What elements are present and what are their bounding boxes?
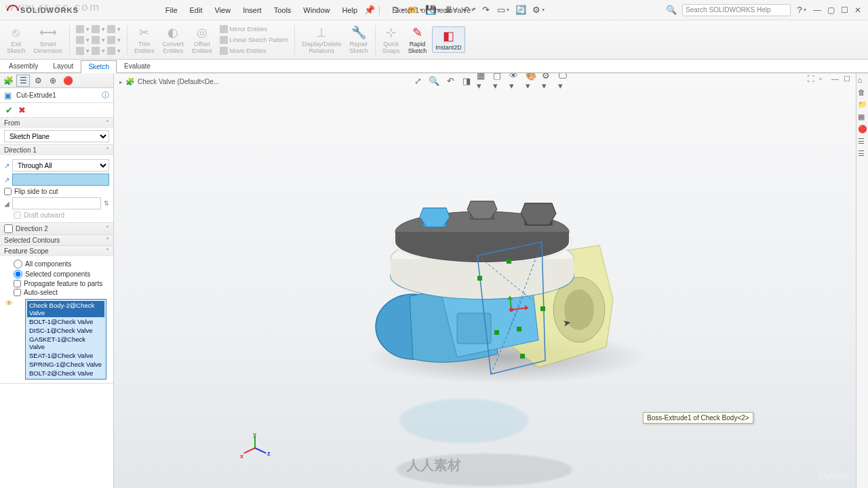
close-icon[interactable]: ✕ <box>853 5 863 15</box>
propagate-checkbox[interactable] <box>14 280 21 287</box>
direction-vector-input[interactable] <box>12 174 109 186</box>
3d-model[interactable] <box>321 123 660 394</box>
graphics-viewport[interactable]: ▸ 🧩 Check Valve (Default<De... ⤢ 🔍 ↶ ◨ ▦… <box>114 73 868 488</box>
rebuild-icon[interactable]: 🔄 <box>515 5 526 16</box>
menu-help[interactable]: Help <box>336 5 363 16</box>
menu-tools[interactable]: Tools <box>269 5 297 16</box>
list-item[interactable]: GASKET-1@Check Valve <box>27 335 104 351</box>
menu-window[interactable]: Window <box>298 5 335 16</box>
view-palette-icon[interactable]: ▦ <box>858 113 867 122</box>
view-orient-icon[interactable]: ▦ ▾ <box>477 75 489 87</box>
select-icon[interactable]: ▭▾ <box>498 5 509 16</box>
vp-split-icon[interactable]: ▫ <box>819 75 829 84</box>
direction2-checkbox[interactable] <box>4 224 13 233</box>
library-icon[interactable]: 📁 <box>858 100 867 110</box>
direction2-header[interactable]: Direction 2˅ <box>0 223 113 235</box>
section-view-icon[interactable]: ◨ <box>460 75 473 87</box>
config-icon[interactable]: ⚙ <box>31 75 45 87</box>
direction-icon[interactable]: ↗ <box>4 176 9 184</box>
line-tool[interactable]: ▾ ▾ ▾ <box>74 24 123 34</box>
move-entities[interactable]: Move Entities <box>218 46 291 56</box>
smart-dimension-button[interactable]: ⟷Smart Dimension <box>31 24 66 56</box>
menu-view[interactable]: View <box>209 5 236 16</box>
help-icon[interactable]: ⓘ <box>102 90 109 100</box>
feature-tree-icon[interactable]: 🧩 <box>1 75 15 87</box>
instant2d-button[interactable]: ◧Instant2D <box>432 26 465 54</box>
previous-view-icon[interactable]: ↶ <box>444 75 456 87</box>
trim-entities-button[interactable]: ✂Trim Entities <box>132 24 157 56</box>
vp-expand-icon[interactable]: ⛶ <box>807 75 816 84</box>
selected-components-radio[interactable] <box>14 270 22 279</box>
dim-icon[interactable]: ⊕ <box>46 75 60 87</box>
breadcrumb[interactable]: ▸ 🧩 Check Valve (Default<De... <box>119 77 219 86</box>
direction1-header[interactable]: Direction 1˄ <box>0 145 113 155</box>
list-item[interactable]: Check Body-2@Check Valve <box>27 301 104 317</box>
maximize-icon[interactable]: ☐ <box>840 5 849 15</box>
forum-icon[interactable]: ☰ <box>858 149 867 159</box>
search-icon[interactable]: 🔍 <box>666 5 677 16</box>
zoom-fit-icon[interactable]: ⤢ <box>412 75 424 87</box>
appearance-icon[interactable]: 🔴 <box>61 75 75 87</box>
pin-icon[interactable]: 📌 <box>364 5 375 16</box>
view-settings-icon[interactable]: 🖵 ▾ <box>558 75 570 87</box>
resources-icon[interactable]: 🗑 <box>858 88 867 98</box>
selected-contours-header[interactable]: Selected Contours˅ <box>0 235 113 245</box>
draft-input[interactable] <box>12 197 101 209</box>
tab-assembly[interactable]: Assembly <box>1 60 45 73</box>
mirror-entities[interactable]: Mirror Entities <box>218 24 291 34</box>
help-icon[interactable]: ?▾ <box>796 5 807 16</box>
menu-insert[interactable]: Insert <box>237 5 267 16</box>
list-item[interactable]: BOLT-1@Check Valve <box>27 317 104 326</box>
exit-sketch-button[interactable]: ⎋Exit Sketch <box>4 24 28 56</box>
scene-icon[interactable]: ⚙ ▾ <box>542 75 554 87</box>
convert-entities-button[interactable]: ◐Convert Entities <box>160 24 187 56</box>
flip-side-checkbox[interactable] <box>4 188 12 195</box>
end-condition-select[interactable]: Through All <box>12 159 109 171</box>
property-manager-icon[interactable]: ☰ <box>16 75 30 87</box>
ok-button[interactable]: ✔ <box>5 105 13 115</box>
minimize-icon[interactable]: — <box>812 5 822 15</box>
display-style-icon[interactable]: ▢ ▾ <box>493 75 505 87</box>
linear-pattern[interactable]: Linear Sketch Pattern <box>218 35 291 45</box>
feature-scope-header[interactable]: Feature Scope˄ <box>0 246 113 256</box>
orientation-triad[interactable]: x y z <box>241 434 269 461</box>
home-icon[interactable]: ⌂ <box>858 76 867 85</box>
offset-entities-button[interactable]: ◎Offset Entities <box>189 24 215 56</box>
list-item[interactable]: BOLT-2@Check Valve <box>27 369 104 378</box>
auto-select-checkbox[interactable] <box>14 289 21 296</box>
rapid-sketch-button[interactable]: ✎Rapid Sketch <box>406 24 430 56</box>
tab-sketch[interactable]: Sketch <box>81 60 117 73</box>
quick-snaps-button[interactable]: ⊹Quick Snaps <box>380 24 403 56</box>
vp-minimize-icon[interactable]: — <box>831 75 841 84</box>
from-header[interactable]: From˄ <box>0 118 113 128</box>
components-listbox[interactable]: Check Body-2@Check Valve BOLT-1@Check Va… <box>25 299 106 380</box>
vp-maximize-icon[interactable]: ☐ <box>844 75 853 84</box>
edit-appearance-icon[interactable]: 🎨 ▾ <box>526 75 538 87</box>
draft-icon[interactable]: ◢ <box>4 200 9 207</box>
appearances-icon[interactable]: 🔴 <box>858 125 867 134</box>
rect-tool[interactable]: ▾ ▾ ▾ <box>74 35 123 45</box>
tab-layout[interactable]: Layout <box>45 60 81 73</box>
show-icon[interactable]: 👁 <box>5 299 13 307</box>
cancel-button[interactable]: ✖ <box>18 105 26 115</box>
options-icon[interactable]: ⚙▾ <box>533 5 544 16</box>
list-item[interactable]: DISC-1@Check Valve <box>27 326 104 335</box>
repair-sketch-button[interactable]: 🔧Repair Sketch <box>347 24 371 56</box>
list-item[interactable]: SPRING-1@Check Valve <box>27 360 104 369</box>
display-relations-button[interactable]: ⊥Display/Delete Relations <box>299 24 344 56</box>
list-item[interactable]: SEAT-1@Check Valve <box>27 351 104 360</box>
reverse-direction-icon[interactable]: ↗ <box>4 162 9 169</box>
custom-props-icon[interactable]: ☰ <box>858 137 867 146</box>
redo-icon[interactable]: ↷ <box>480 5 491 16</box>
hide-show-icon[interactable]: 👁 ▾ <box>509 75 521 87</box>
search-input[interactable]: Search SOLIDWORKS Help <box>682 4 791 16</box>
from-select[interactable]: Sketch Plane <box>4 130 109 142</box>
menu-file[interactable]: File <box>160 5 183 16</box>
expand-tree-icon[interactable]: ▸ <box>119 79 123 85</box>
all-components-radio[interactable] <box>14 260 22 268</box>
tab-evaluate[interactable]: Evaluate <box>117 60 158 73</box>
zoom-area-icon[interactable]: 🔍 <box>428 75 440 87</box>
menu-edit[interactable]: Edit <box>184 5 208 16</box>
circle-tool[interactable]: ▾ ▾ ▾ <box>74 46 123 56</box>
restore-icon[interactable]: ▢ <box>826 5 835 15</box>
